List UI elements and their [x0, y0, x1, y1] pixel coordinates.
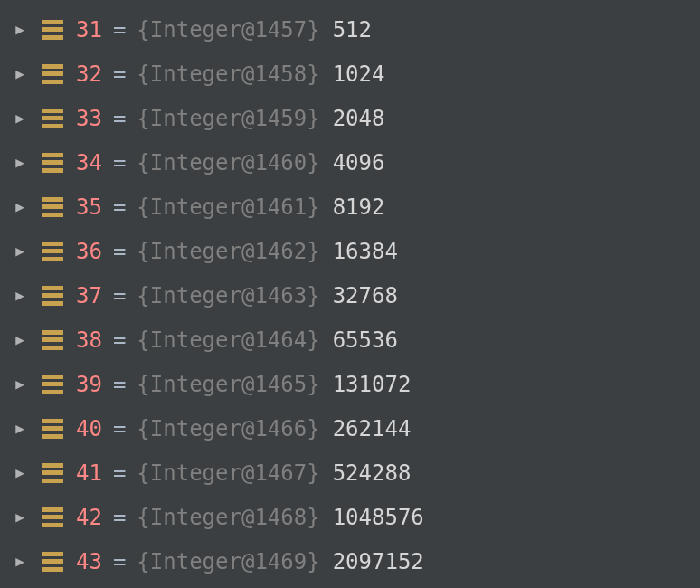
variable-row[interactable]: ▶37={Integer@1463}32768: [0, 273, 700, 318]
object-type-id: {Integer@1457}: [137, 17, 319, 43]
object-type-id: {Integer@1464}: [137, 327, 319, 353]
equals-sign: =: [113, 416, 126, 441]
array-index: 35: [76, 194, 102, 220]
equals-sign: =: [113, 460, 126, 486]
expand-arrow-icon[interactable]: ▶: [11, 375, 29, 393]
variable-row[interactable]: ▶42={Integer@1468}1048576: [0, 495, 700, 539]
expand-arrow-icon[interactable]: ▶: [11, 21, 29, 38]
variable-row[interactable]: ▶33={Integer@1459}2048: [0, 96, 700, 140]
variable-row[interactable]: ▶40={Integer@1466}262144: [0, 406, 700, 450]
variable-value: 32768: [333, 283, 398, 308]
variable-value: 2048: [333, 106, 385, 131]
array-index: 40: [76, 416, 102, 441]
variable-value: 4096: [333, 150, 385, 175]
variable-row[interactable]: ▶34={Integer@1460}4096: [0, 140, 700, 185]
object-type-id: {Integer@1463}: [137, 283, 319, 308]
object-type-id: {Integer@1468}: [137, 505, 319, 530]
equals-sign: =: [113, 283, 126, 308]
variable-row[interactable]: ▶32={Integer@1458}1024: [0, 52, 700, 96]
variable-value: 131072: [333, 372, 411, 397]
variable-row[interactable]: ▶39={Integer@1465}131072: [0, 362, 700, 406]
object-type-id: {Integer@1465}: [137, 372, 319, 397]
array-index: 43: [76, 549, 102, 574]
variable-value: 262144: [333, 416, 411, 441]
expand-arrow-icon[interactable]: ▶: [11, 198, 29, 215]
equals-sign: =: [113, 549, 126, 574]
equals-sign: =: [113, 505, 126, 530]
array-element-icon: [42, 64, 63, 84]
variable-row[interactable]: ▶41={Integer@1467}524288: [0, 450, 700, 495]
variable-row[interactable]: ▶36={Integer@1462}16384: [0, 229, 700, 273]
object-type-id: {Integer@1461}: [137, 194, 319, 220]
object-type-id: {Integer@1467}: [137, 460, 319, 486]
object-type-id: {Integer@1469}: [137, 549, 319, 574]
array-index: 39: [76, 372, 102, 397]
array-index: 38: [76, 327, 102, 353]
equals-sign: =: [113, 62, 126, 87]
variable-value: 16384: [333, 239, 398, 264]
array-element-icon: [42, 242, 63, 261]
expand-arrow-icon[interactable]: ▶: [11, 154, 29, 171]
array-index: 34: [76, 150, 102, 175]
variable-row[interactable]: ▶35={Integer@1461}8192: [0, 185, 700, 229]
variable-value: 65536: [333, 327, 398, 353]
object-type-id: {Integer@1458}: [137, 62, 319, 87]
expand-arrow-icon[interactable]: ▶: [11, 508, 29, 526]
variable-value: 524288: [333, 460, 411, 486]
expand-arrow-icon[interactable]: ▶: [11, 553, 29, 570]
debugger-variables-list: ▶31={Integer@1457}512▶32={Integer@1458}1…: [0, 7, 700, 583]
equals-sign: =: [113, 17, 126, 43]
equals-sign: =: [113, 150, 126, 175]
expand-arrow-icon[interactable]: ▶: [11, 287, 29, 304]
array-element-icon: [42, 552, 63, 572]
expand-arrow-icon[interactable]: ▶: [11, 331, 29, 348]
array-index: 32: [76, 62, 102, 87]
array-index: 42: [76, 505, 102, 530]
variable-value: 512: [333, 17, 372, 43]
array-element-icon: [42, 109, 63, 128]
object-type-id: {Integer@1460}: [137, 150, 319, 175]
object-type-id: {Integer@1459}: [137, 106, 319, 131]
object-type-id: {Integer@1466}: [137, 416, 319, 441]
variable-row[interactable]: ▶38={Integer@1464}65536: [0, 318, 700, 362]
array-element-icon: [42, 286, 63, 306]
array-element-icon: [42, 330, 63, 350]
object-type-id: {Integer@1462}: [137, 239, 319, 264]
variable-value: 8192: [333, 194, 385, 220]
array-index: 41: [76, 460, 102, 486]
equals-sign: =: [113, 372, 126, 397]
array-index: 36: [76, 239, 102, 264]
equals-sign: =: [113, 106, 126, 131]
variable-row[interactable]: ▶43={Integer@1469}2097152: [0, 539, 700, 583]
equals-sign: =: [113, 327, 126, 353]
expand-arrow-icon[interactable]: ▶: [11, 65, 29, 82]
array-element-icon: [42, 419, 63, 439]
variable-value: 1024: [333, 62, 385, 87]
array-element-icon: [42, 463, 63, 483]
expand-arrow-icon[interactable]: ▶: [11, 109, 29, 127]
array-element-icon: [42, 197, 63, 217]
array-index: 31: [76, 17, 102, 43]
variable-value: 1048576: [333, 505, 424, 530]
array-element-icon: [42, 153, 63, 173]
array-element-icon: [42, 20, 63, 40]
variable-value: 2097152: [333, 549, 424, 574]
equals-sign: =: [113, 194, 126, 220]
equals-sign: =: [113, 239, 126, 264]
variable-row[interactable]: ▶31={Integer@1457}512: [0, 7, 700, 52]
expand-arrow-icon[interactable]: ▶: [11, 420, 29, 437]
array-element-icon: [42, 507, 63, 527]
array-index: 33: [76, 106, 102, 131]
expand-arrow-icon[interactable]: ▶: [11, 464, 29, 481]
expand-arrow-icon[interactable]: ▶: [11, 242, 29, 260]
array-index: 37: [76, 283, 102, 308]
array-element-icon: [42, 375, 63, 394]
